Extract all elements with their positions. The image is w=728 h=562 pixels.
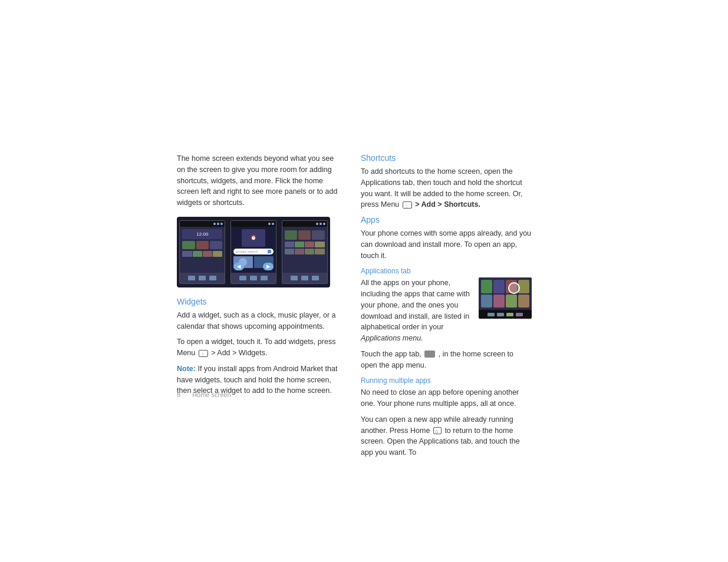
shortcuts-text: To add shortcuts to the home screen, ope…	[361, 166, 532, 210]
screen-content-left: 12:00	[180, 227, 225, 259]
home-inline-icon	[433, 427, 442, 434]
widgets-para2-suffix: > Add > Widgets.	[211, 349, 267, 357]
bottom-bar-middle	[231, 273, 276, 283]
footer-page-number: 8	[177, 391, 180, 398]
bottom-icon-r3	[312, 276, 319, 280]
note-body: If you install apps from Android Market …	[177, 365, 337, 395]
shortcuts-text-suffix: > Add > Shortcuts.	[415, 200, 480, 209]
bottom-icon-m3	[261, 276, 268, 280]
bottom-bar-right	[282, 273, 327, 283]
phone-screenshots-image: 12:00	[177, 217, 330, 287]
img-bar-icon1	[487, 313, 495, 316]
app-icon-8	[518, 295, 529, 308]
bottom-icon-m1	[239, 276, 246, 280]
app-tab-text2-prefix: Touch the app tab,	[361, 350, 421, 358]
apps-section: Apps Your phone comes with some apps alr…	[361, 215, 532, 458]
app-tab-italic: Applications menu.	[361, 334, 423, 342]
menu-icon	[199, 350, 208, 357]
app-tab-inline-icon	[424, 351, 435, 358]
phone-screen-middle: ⏰ google search ◀ ▶	[230, 220, 276, 284]
running-multiple-heading: Running multiple apps	[361, 376, 532, 385]
running-multiple-text2: You can open a new app while already run…	[361, 414, 532, 458]
clock-widget: 12:00	[182, 229, 222, 239]
search-text: google search	[236, 250, 266, 253]
widgets-heading: Widgets	[177, 297, 342, 306]
right-arrow: ▶	[263, 263, 274, 270]
status-dot2	[217, 223, 219, 225]
img-bar-icon2	[497, 313, 504, 316]
status-dot-r3	[323, 223, 325, 225]
applications-tab-section: Applications tab	[361, 267, 532, 349]
apps-screenshot-image	[479, 277, 532, 319]
bottom-icon-r2	[301, 276, 308, 280]
app-icon-7	[506, 295, 517, 308]
status-dot-m2	[272, 223, 274, 225]
app-icon-6	[493, 295, 505, 308]
status-bar-right	[282, 221, 327, 227]
phone-screen-left: 12:00	[179, 220, 225, 284]
status-dot3	[220, 223, 223, 225]
image-bottom-bar	[479, 310, 532, 319]
clock-widget-middle: ⏰	[242, 229, 265, 247]
app-icon-2	[493, 280, 505, 293]
status-bar-middle	[231, 221, 276, 227]
bottom-icon3	[209, 276, 216, 280]
bottom-icon-r1	[291, 276, 298, 280]
apps-heading: Apps	[361, 215, 532, 224]
status-bar-left	[180, 221, 225, 227]
left-column: The home screen extends beyond what you …	[177, 153, 342, 463]
arrows-overlay: ◀ ▶	[231, 263, 276, 270]
running-multiple-text1: No need to close an app before opening a…	[361, 387, 532, 409]
bottom-icon1	[188, 276, 195, 280]
apps-image-grid	[479, 277, 532, 310]
right-column: Shortcuts To add shortcuts to the home s…	[361, 153, 532, 463]
bottom-icon-m2	[250, 276, 257, 280]
app-icon-5	[481, 295, 492, 308]
shortcuts-section: Shortcuts To add shortcuts to the home s…	[361, 153, 532, 210]
note-label: Note:	[177, 365, 196, 373]
app-icon-1	[481, 280, 492, 293]
running-multiple-section: Running multiple apps No need to close a…	[361, 376, 532, 458]
img-bar-icon3	[506, 313, 513, 316]
status-dot	[213, 223, 216, 225]
intro-text: The home screen extends beyond what you …	[177, 153, 342, 209]
apps-image-bg	[479, 277, 532, 319]
footer-section-name: Home screen	[192, 391, 230, 398]
search-mic-icon	[268, 250, 271, 253]
bottom-bar-left	[180, 273, 225, 283]
phone-screen-right	[282, 220, 328, 284]
status-dot-r2	[319, 223, 322, 225]
apps-text: Your phone comes with some apps already,…	[361, 228, 532, 261]
img-bar-icon4	[516, 313, 523, 316]
screen-content-right	[282, 227, 327, 257]
app-tab-text2: Touch the app tab, , in the home screen …	[361, 349, 532, 371]
bottom-icon2	[199, 276, 206, 280]
widgets-para1: Add a widget, such as a clock, music pla…	[177, 310, 342, 332]
search-bar: google search	[233, 249, 274, 254]
app-tab-text1: All the apps on your phone, including th…	[361, 279, 470, 331]
widgets-section: Widgets Add a widget, such as a clock, m…	[177, 297, 342, 396]
menu-icon-shortcuts	[403, 201, 412, 209]
status-dot-m1	[268, 223, 271, 225]
status-dot-r1	[316, 223, 318, 225]
page-content: The home screen extends beyond what you …	[177, 153, 548, 463]
widgets-para2: To open a widget, touch it. To add widge…	[177, 336, 342, 359]
page-footer: 8 Home screen	[177, 391, 231, 398]
shortcuts-heading: Shortcuts	[361, 153, 532, 163]
applications-tab-heading: Applications tab	[361, 267, 532, 275]
left-arrow: ◀	[233, 263, 244, 270]
